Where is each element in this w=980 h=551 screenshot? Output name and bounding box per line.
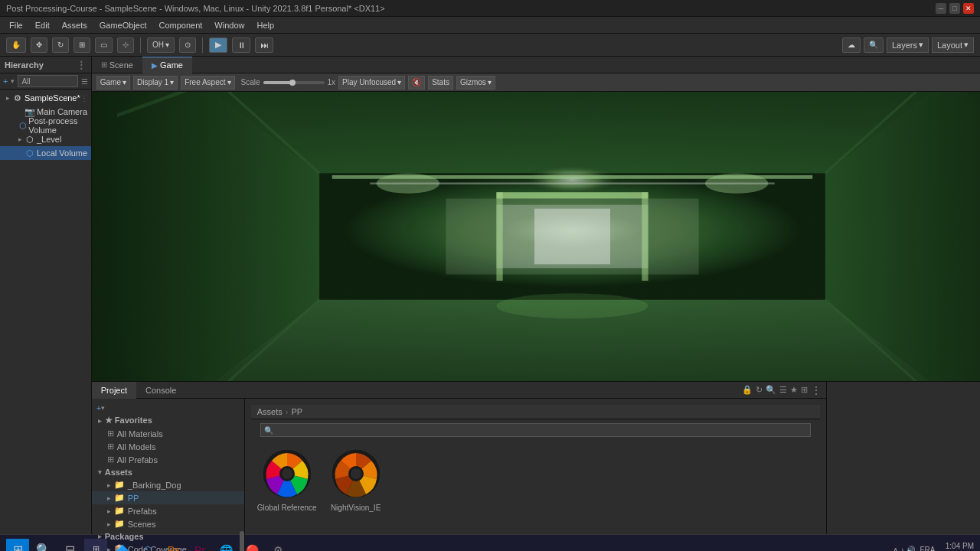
project-add-dropdown[interactable]: ▾ [101, 404, 105, 412]
ptree-assets[interactable]: ▾ Assets [92, 466, 244, 478]
taskbar-app-ps[interactable]: Ps [162, 539, 185, 552]
ptree-favorites[interactable]: ▸ ★ Favorites [92, 414, 244, 427]
ptree-prefabs[interactable]: ▸ 📁 Prefabs [92, 504, 244, 517]
mute-button[interactable]: 🔇 [408, 76, 425, 90]
project-menu-icon[interactable]: ⋮ [811, 384, 822, 396]
breadcrumb-assets[interactable]: Assets [257, 407, 283, 416]
close-button[interactable]: ✕ [963, 3, 974, 14]
menu-file[interactable]: File [3, 19, 29, 31]
hierarchy-menu-icon[interactable]: ⋮ [76, 59, 87, 71]
ptree-bd-arrow: ▸ [107, 481, 111, 489]
project-search-bar[interactable]: 🔍 [260, 423, 811, 437]
menu-help[interactable]: Help [250, 19, 280, 31]
tab-game[interactable]: ▶ Game [142, 57, 192, 73]
tray-icons: ∧ ♪ 🔊 [893, 546, 916, 551]
asset-thumb-global [260, 447, 314, 500]
collab-button[interactable]: ☁ [842, 37, 861, 53]
ptree-pre-icon: 📁 [114, 506, 125, 516]
taskbar-app-chrome[interactable]: 🌐 [214, 539, 237, 552]
tab-project[interactable]: Project [92, 382, 136, 399]
ptree-pp[interactable]: ▸ 📁 PP [92, 491, 244, 504]
project-filter-icon[interactable]: ☰ [779, 385, 787, 395]
rect-tool[interactable]: ▭ [95, 37, 113, 53]
pivot-toggle[interactable]: ⊙ [179, 37, 196, 53]
search-button[interactable]: 🔍 [864, 37, 884, 53]
pause-button[interactable]: ⏸ [232, 37, 250, 53]
step-button[interactable]: ⏭ [255, 37, 273, 53]
asset-nightvision[interactable]: NightVision_IE [329, 447, 383, 512]
hier-item-postprocess[interactable]: ⬡ Post-process Volume [0, 119, 91, 132]
display-num-dropdown[interactable]: Display 1 ▾ [133, 76, 178, 90]
play-unfocused-dropdown[interactable]: Play Unfocused ▾ [338, 76, 405, 90]
menu-window[interactable]: Window [208, 19, 250, 31]
oh-dropdown[interactable]: OH ▾ [147, 37, 175, 53]
taskview-button[interactable]: ⊟ [58, 539, 81, 552]
hierarchy-add-icon[interactable]: + [3, 77, 8, 86]
hierarchy-header: Hierarchy ⋮ [0, 57, 91, 73]
aspect-dropdown[interactable]: Free Aspect ▾ [181, 76, 234, 90]
maximize-button[interactable]: □ [949, 3, 960, 14]
taskbar-app-unity[interactable]: ⬡ [136, 539, 159, 552]
aperture-icon-nightvision [329, 447, 383, 500]
minimize-button[interactable]: ─ [936, 3, 946, 14]
tab-scene[interactable]: ⊞ Scene [92, 57, 142, 73]
window-controls: ─ □ ✕ [936, 3, 974, 14]
layout-dropdown[interactable]: Layout ▾ [932, 37, 974, 53]
menu-assets[interactable]: Assets [56, 19, 93, 31]
taskbar-app-settings[interactable]: ⚙ [266, 539, 289, 552]
taskbar-app-pr[interactable]: Pr [188, 539, 211, 552]
layers-dropdown[interactable]: Layers ▾ [887, 37, 929, 53]
asset-thumb-nightvision [329, 447, 383, 500]
hier-arrow-level: ▸ [15, 135, 24, 143]
ptree-barking-dog[interactable]: ▸ 📁 _Barking_Dog [92, 478, 244, 491]
hierarchy-search-input[interactable]: All [18, 75, 77, 87]
transform-tool[interactable]: ⊹ [117, 37, 134, 53]
project-search-icon[interactable]: 🔍 [766, 385, 776, 395]
hand-tool[interactable]: ✋ [6, 37, 26, 53]
menu-component[interactable]: Component [152, 19, 208, 31]
bottom-area: Project Console 🔒 ↻ 🔍 ☰ ★ ⊞ ⋮ [92, 381, 980, 534]
rotate-tool[interactable]: ↻ [52, 37, 69, 53]
project-refresh-icon[interactable]: ↻ [756, 385, 763, 395]
hier-scene-options[interactable]: ⋮ [80, 94, 88, 103]
taskbar-app-blender[interactable]: 🔷 [110, 539, 133, 552]
hier-item-localvolume[interactable]: ⬡ Local Volume [0, 146, 91, 160]
pp-volume-icon: ⬡ [19, 120, 27, 131]
menu-edit[interactable]: Edit [29, 19, 56, 31]
hier-item-samplescene[interactable]: ▸ ⚙ SampleScene* ⋮ [0, 91, 91, 105]
hierarchy-dropdown-icon[interactable]: ▾ [11, 77, 15, 85]
game-display-dropdown[interactable]: Game ▾ [96, 76, 130, 90]
scale-thumb [289, 80, 296, 86]
scale-tool[interactable]: ⊞ [74, 37, 90, 53]
gizmos-button[interactable]: Gizmos ▾ [456, 76, 495, 90]
clock: 1:04 PM 2/21/2023 [940, 542, 975, 552]
project-view-icon[interactable]: ⊞ [801, 385, 808, 395]
move-tool[interactable]: ✥ [31, 37, 47, 53]
taskbar-app-1[interactable]: ⊞ [84, 539, 107, 552]
project-lock-icon[interactable]: 🔒 [742, 385, 753, 395]
ptree-all-models[interactable]: ⊞ All Models [92, 440, 244, 453]
search-taskbar[interactable]: 🔍 [32, 539, 55, 552]
ptree-all-materials[interactable]: ⊞ All Materials [92, 427, 244, 440]
asset-global-reference[interactable]: Global Reference [257, 447, 317, 512]
breadcrumb-pp[interactable]: PP [291, 407, 302, 416]
camera-icon: 📷 [24, 106, 35, 117]
tree-scrollbar[interactable] [240, 531, 244, 551]
hier-label-maincamera: Main Camera [37, 107, 87, 116]
start-button[interactable]: ⊞ [6, 539, 29, 552]
ptree-scenes[interactable]: ▸ 📁 Scenes [92, 517, 244, 530]
scale-control: Scale 1x [241, 78, 336, 86]
play-button[interactable]: ▶ [209, 37, 227, 53]
ptree-fav-label: ★ Favorites [105, 416, 152, 425]
ptree-all-prefabs[interactable]: ⊞ All Prefabs [92, 453, 244, 466]
ptree-pre-arrow: ▸ [107, 507, 111, 515]
menu-gameobject[interactable]: GameObject [93, 19, 153, 31]
scale-slider[interactable] [263, 81, 325, 84]
tab-console[interactable]: Console [136, 382, 185, 399]
stats-panel-button[interactable]: Stats [428, 76, 453, 90]
game-viewport [92, 92, 980, 381]
hierarchy-filter-icon[interactable]: ☰ [81, 77, 88, 86]
project-fav-icon[interactable]: ★ [790, 385, 798, 395]
hierarchy-title: Hierarchy [5, 60, 44, 70]
svg-rect-24 [92, 92, 980, 381]
